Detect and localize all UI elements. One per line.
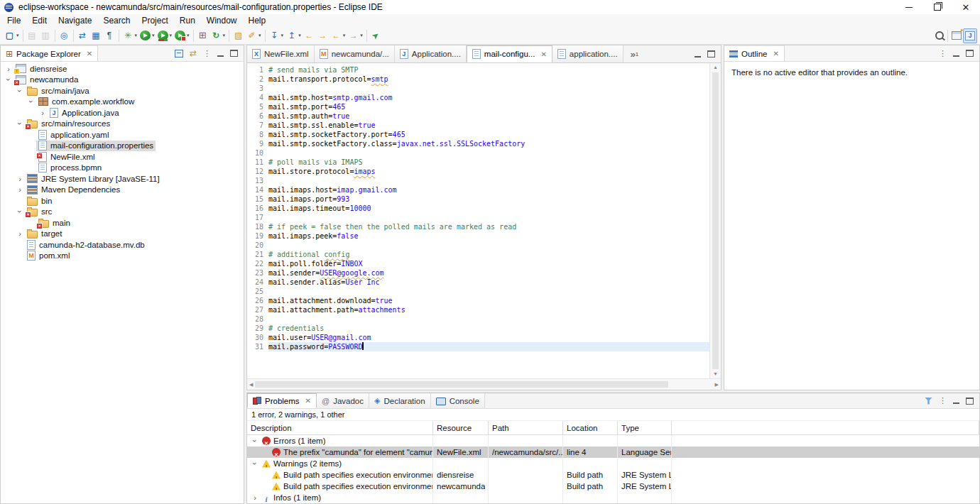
chevron-expanded-icon[interactable]: ›	[4, 75, 13, 84]
tree-item-src[interactable]: ›src	[1, 207, 244, 218]
problems-tab-javadoc[interactable]: @Javadoc	[317, 393, 369, 408]
problems-item-row[interactable]: Build path specifies execution environme…	[247, 469, 979, 481]
code-line[interactable]: 2mail.transport.protocol=smtp	[249, 75, 709, 84]
debug-button[interactable]: ▾	[121, 28, 139, 43]
code-line[interactable]: 24mail.sender.alias=User Inc	[249, 278, 709, 287]
code-line[interactable]: 1# send mails via SMTP	[249, 65, 709, 75]
code-line[interactable]: 18# if peek = false then the polled mail…	[249, 222, 709, 231]
new-wizard-button[interactable]: ▾	[3, 28, 21, 43]
dropdown-arrow-icon[interactable]: ▾	[135, 33, 138, 38]
minimize-view-icon[interactable]	[217, 55, 224, 57]
tree-item-maven-dependencies[interactable]: ›Maven Dependencies	[1, 185, 244, 196]
code-line[interactable]: 19mail.imaps.peek=false	[249, 231, 709, 241]
code-line[interactable]: 21# additional config	[249, 250, 709, 259]
java-perspective-button[interactable]	[963, 28, 977, 43]
open-search-button[interactable]	[58, 28, 71, 43]
chevron-collapsed-icon[interactable]: ›	[15, 229, 25, 238]
menu-help[interactable]: Help	[243, 15, 272, 26]
dropdown-arrow-icon[interactable]: ▾	[343, 33, 346, 38]
vertical-scrollbar[interactable]: ▲ ▼	[709, 63, 721, 378]
column-header-type[interactable]: Type	[618, 421, 672, 434]
code-line[interactable]: 7mail.smtp.ssl.enable=true	[249, 121, 709, 130]
code-line[interactable]: 10	[249, 148, 709, 158]
search-button[interactable]	[934, 28, 945, 43]
code-line[interactable]: 9mail.smtp.socketFactory.class=javax.net…	[249, 139, 709, 148]
code-line[interactable]: 4mail.smtp.host=smtp.gmail.com	[249, 93, 709, 102]
minimize-editor-icon[interactable]	[695, 56, 701, 57]
code-line[interactable]: 17	[249, 213, 709, 222]
chevron-expanded-icon[interactable]: ›	[16, 207, 24, 217]
maximize-view-icon[interactable]	[966, 398, 974, 405]
menu-window[interactable]: Window	[201, 15, 243, 26]
link-with-editor-button[interactable]	[76, 28, 89, 43]
code-line[interactable]: 6mail.smtp.auth=true	[249, 111, 709, 121]
dropdown-arrow-icon[interactable]: ▾	[152, 33, 155, 38]
problems-group-row[interactable]: ›Errors (1 item)	[247, 435, 979, 447]
code-line[interactable]: 27mail.attachment.path=attachments	[249, 305, 709, 314]
minimize-view-icon[interactable]	[953, 55, 959, 57]
dropdown-arrow-icon[interactable]: ▾	[281, 33, 284, 38]
code-line[interactable]: 3	[249, 84, 709, 93]
dropdown-arrow-icon[interactable]: ▾	[360, 33, 363, 38]
problems-group-row[interactable]: ›Infos (1 item)	[247, 492, 979, 503]
filter-icon[interactable]	[925, 398, 932, 405]
chevron-expanded-icon[interactable]: ›	[16, 86, 24, 96]
column-header-description[interactable]: Description ˆ	[247, 421, 433, 434]
scrollbar-thumb[interactable]	[712, 72, 719, 369]
scroll-left-icon[interactable]: ◀	[249, 382, 253, 388]
dropdown-arrow-icon[interactable]: ▾	[170, 33, 173, 38]
chevron-expanded-icon[interactable]: ›	[27, 97, 36, 106]
code-line[interactable]: 20	[249, 241, 709, 250]
code-line[interactable]: 15mail.imaps.port=993	[249, 195, 709, 204]
show-whitespace-button[interactable]	[103, 28, 116, 43]
code-line[interactable]: 11# poll mails via IMAPS	[249, 158, 709, 167]
back-history-button[interactable]	[303, 28, 316, 43]
tree-item-pom-xml[interactable]: pom.xml	[1, 251, 244, 262]
minimize-view-icon[interactable]	[953, 402, 959, 404]
save-button[interactable]	[26, 28, 39, 43]
code-line[interactable]: 22mail.poll.folder=INBOX	[249, 259, 709, 268]
dropdown-arrow-icon[interactable]: ▾	[187, 33, 190, 38]
code-line[interactable]: 13	[249, 176, 709, 185]
forward-button[interactable]: ▾	[347, 28, 364, 43]
chevron-expanded-icon[interactable]: ›	[16, 119, 24, 128]
menu-run[interactable]: Run	[174, 15, 201, 26]
problems-tab-problems[interactable]: Problems✕	[247, 393, 317, 408]
view-menu-icon[interactable]: ⋮	[203, 49, 211, 58]
menu-search[interactable]: Search	[97, 15, 136, 26]
tree-item-target[interactable]: ›target	[1, 229, 244, 240]
tree-item-main[interactable]: main	[1, 217, 244, 229]
tree-item-process-bpmn[interactable]: process.bpmn	[1, 163, 244, 174]
dropdown-arrow-icon[interactable]: ▾	[298, 33, 301, 38]
tree-item-application-java[interactable]: ›Application.java	[1, 107, 244, 119]
scrollbar-thumb[interactable]	[255, 381, 668, 388]
code-line[interactable]: 23mail.sender=USER@google.com	[249, 268, 709, 278]
new-java-project-button[interactable]	[196, 28, 209, 43]
code-line[interactable]: 12mail.store.protocol=imaps	[249, 167, 709, 176]
maximize-view-icon[interactable]	[230, 50, 238, 57]
tree-item-newfile-xml[interactable]: NewFile.xml	[1, 151, 244, 163]
collapse-all-icon[interactable]	[175, 50, 183, 57]
column-header-resource[interactable]: Resource	[433, 421, 489, 434]
tree-item-application-yaml[interactable]: application.yaml	[1, 129, 244, 141]
menu-edit[interactable]: Edit	[26, 15, 53, 26]
minimize-window-button[interactable]	[895, 0, 923, 14]
editor-tab-mail-configu[interactable]: mail-configu...✕	[467, 45, 552, 62]
editor-tab-application[interactable]: Application....	[395, 45, 467, 62]
code-line[interactable]: 5mail.smtp.port=465	[249, 102, 709, 111]
problems-tab-declaration[interactable]: ◈Declaration	[369, 393, 431, 408]
scroll-right-icon[interactable]: ▶	[715, 382, 719, 388]
column-header-path[interactable]: Path	[489, 421, 563, 434]
open-perspective-button[interactable]	[950, 28, 963, 43]
close-icon[interactable]: ✕	[540, 50, 546, 59]
tree-item-com-example-workflow[interactable]: ›com.example.workflow	[1, 97, 244, 108]
menu-project[interactable]: Project	[136, 15, 173, 26]
tree-item-jre-system-library-javase-11[interactable]: ›JRE System Library [JavaSE-11]	[1, 173, 244, 185]
show-view-button[interactable]	[89, 28, 103, 43]
code-line[interactable]: 8mail.smtp.socketFactory.port=465	[249, 130, 709, 139]
chevron-collapsed-icon[interactable]: ›	[15, 175, 25, 183]
close-icon[interactable]: ✕	[773, 49, 778, 58]
chevron-collapsed-icon[interactable]: ›	[251, 492, 259, 503]
scroll-up-icon[interactable]: ▲	[713, 63, 718, 72]
more-editors-button[interactable]: »1	[631, 45, 639, 62]
